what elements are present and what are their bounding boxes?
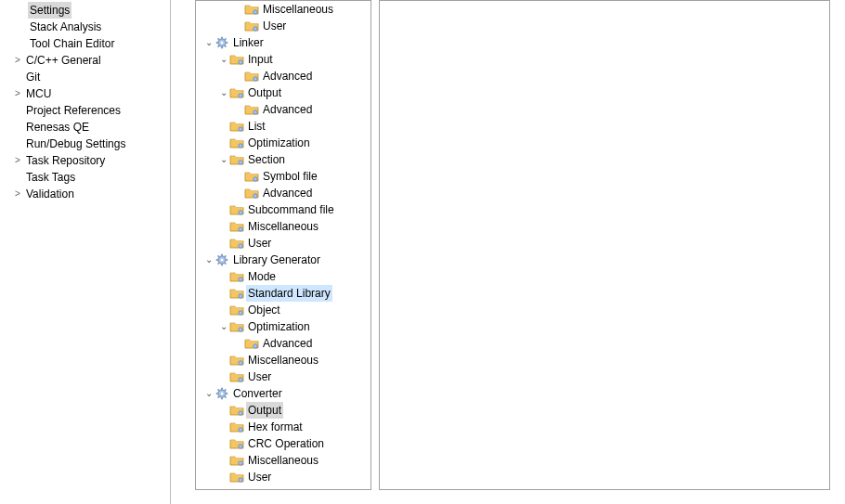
option-node[interactable]: Miscellaneous <box>196 218 370 235</box>
tool-node[interactable]: ⌄Library Generator <box>196 252 370 268</box>
option-node[interactable]: User <box>196 469 370 485</box>
folder-icon <box>229 303 244 317</box>
tree-node-label: Subcommand file <box>246 201 336 218</box>
folder-icon <box>244 19 259 33</box>
category-label: Run/Debug Settings <box>24 136 125 152</box>
tree-node-label: Mode <box>246 268 278 285</box>
option-node[interactable]: Standard Library <box>196 285 370 302</box>
tool-node[interactable]: ⌄Converter <box>196 385 370 402</box>
tree-node-label: Symbol file <box>261 168 319 185</box>
folder-icon <box>244 102 259 117</box>
option-node[interactable]: User <box>196 18 370 34</box>
gear-icon <box>214 386 229 401</box>
folder-icon <box>229 403 244 418</box>
tree-node-label: Advanced <box>261 101 314 118</box>
category-label: Git <box>24 69 40 85</box>
category-item[interactable]: Stack Analysis <box>0 19 170 35</box>
folder-icon <box>229 319 244 334</box>
category-item[interactable]: Run/Debug Settings <box>0 136 170 152</box>
category-item[interactable]: Tool Chain Editor <box>0 35 170 52</box>
tree-node-label: Hex format <box>246 419 305 435</box>
tree-node-label: Object <box>246 302 282 318</box>
option-node[interactable]: Hex format <box>196 419 370 435</box>
tree-twisty-icon[interactable]: ⌄ <box>218 84 229 101</box>
option-node[interactable]: Miscellaneous <box>196 352 370 368</box>
category-item[interactable]: Settings <box>0 2 170 19</box>
option-node[interactable]: User <box>196 368 370 385</box>
tool-node[interactable]: ⌄Linker <box>196 34 370 51</box>
folder-icon <box>229 286 244 301</box>
tree-node-label: User <box>261 18 288 34</box>
folder-icon <box>244 169 259 184</box>
option-node[interactable]: Output <box>196 402 370 419</box>
tree-node-label: User <box>246 368 273 385</box>
tree-node-label: Optimization <box>246 318 312 335</box>
tree-node-label: List <box>246 118 267 135</box>
folder-icon <box>229 152 244 167</box>
category-label: Task Tags <box>24 169 75 186</box>
expand-arrow-icon[interactable]: > <box>11 186 24 202</box>
folder-icon <box>229 52 244 67</box>
tree-twisty-icon[interactable]: ⌄ <box>218 51 229 68</box>
option-node[interactable]: User <box>196 235 370 252</box>
option-node[interactable]: Symbol file <box>196 168 370 185</box>
tree-twisty-icon[interactable]: ⌄ <box>203 34 214 51</box>
category-item[interactable]: >MCU <box>0 85 170 102</box>
expand-arrow-icon[interactable]: > <box>11 152 24 169</box>
option-node[interactable]: Optimization <box>196 135 370 151</box>
tree-node-label: Optimization <box>246 135 312 151</box>
tree-node-label: Miscellaneous <box>261 1 335 18</box>
option-node[interactable]: Miscellaneous <box>196 1 370 18</box>
folder-icon <box>244 69 259 84</box>
category-list: SettingsStack AnalysisTool Chain Editor>… <box>0 0 171 504</box>
tree-twisty-icon[interactable]: ⌄ <box>203 385 214 402</box>
tree-node-label: CRC Operation <box>246 435 326 452</box>
tree-node-label: Linker <box>231 34 266 51</box>
tree-node-label: User <box>246 235 273 252</box>
folder-icon <box>229 436 244 451</box>
tree-node-label: Advanced <box>261 335 314 352</box>
settings-detail-panel <box>379 0 830 490</box>
tree-node-label: User <box>246 469 273 485</box>
category-label: Settings <box>28 2 72 19</box>
category-label: Validation <box>24 186 74 202</box>
expand-arrow-icon[interactable]: > <box>11 85 24 102</box>
tree-twisty-icon[interactable]: ⌄ <box>218 151 229 168</box>
option-node[interactable]: Advanced <box>196 68 370 84</box>
option-node[interactable]: Advanced <box>196 185 370 201</box>
option-node[interactable]: Advanced <box>196 335 370 352</box>
expand-arrow-icon[interactable]: > <box>11 52 24 69</box>
tree-twisty-icon[interactable]: ⌄ <box>203 252 214 268</box>
category-label: Task Repository <box>24 152 105 169</box>
category-item[interactable]: >C/C++ General <box>0 52 170 69</box>
tree-node-label: Converter <box>231 385 284 402</box>
category-item[interactable]: Project References <box>0 102 170 119</box>
folder-icon <box>229 85 244 100</box>
category-label: MCU <box>24 85 51 102</box>
category-label: Project References <box>24 102 121 119</box>
category-item[interactable]: Renesas QE <box>0 119 170 136</box>
tree-node-label: Input <box>246 51 275 68</box>
option-node[interactable]: ⌄Input <box>196 51 370 68</box>
option-node[interactable]: Advanced <box>196 101 370 118</box>
folder-icon <box>229 369 244 384</box>
tree-node-label: Section <box>246 151 287 168</box>
folder-icon <box>244 336 259 351</box>
category-item[interactable]: >Task Repository <box>0 152 170 169</box>
tree-node-label: Standard Library <box>246 285 332 302</box>
category-item[interactable]: Task Tags <box>0 169 170 186</box>
option-node[interactable]: Subcommand file <box>196 201 370 218</box>
option-node[interactable]: CRC Operation <box>196 435 370 452</box>
option-node[interactable]: Object <box>196 302 370 318</box>
option-node[interactable]: Mode <box>196 268 370 285</box>
tool-settings-tree[interactable]: MiscellaneousUser⌄Linker⌄InputAdvanced⌄O… <box>195 0 371 490</box>
option-node[interactable]: Miscellaneous <box>196 452 370 469</box>
category-item[interactable]: Git <box>0 69 170 85</box>
option-node[interactable]: List <box>196 118 370 135</box>
option-node[interactable]: ⌄Section <box>196 151 370 168</box>
tree-twisty-icon[interactable]: ⌄ <box>218 318 229 335</box>
tree-node-label: Miscellaneous <box>246 452 320 469</box>
category-item[interactable]: >Validation <box>0 186 170 202</box>
option-node[interactable]: ⌄Output <box>196 84 370 101</box>
option-node[interactable]: ⌄Optimization <box>196 318 370 335</box>
